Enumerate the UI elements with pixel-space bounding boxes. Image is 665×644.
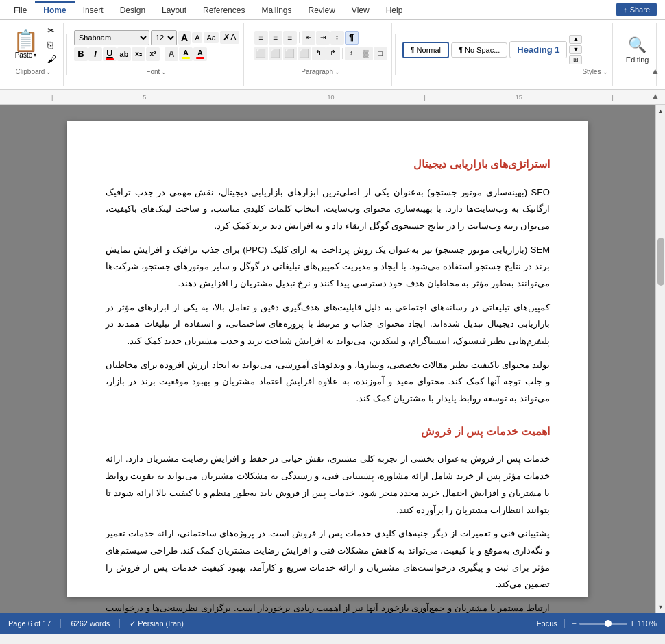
vertical-scrollbar[interactable]: ▲ ▼ <box>655 105 665 613</box>
ltr-button[interactable]: ↱ <box>326 47 340 60</box>
section1-para3: کمپین‌های تبلیغاتی در رسانه‌های اجتماعی … <box>106 299 550 350</box>
underline-button[interactable]: U <box>103 47 117 61</box>
line-spacing-button[interactable]: ↕ <box>345 47 359 60</box>
tab-view[interactable]: View <box>343 1 378 19</box>
highlight-color-button[interactable]: A <box>179 47 193 61</box>
shading-button[interactable]: ▒ <box>359 47 373 60</box>
font-shrink-button[interactable]: A <box>192 32 202 43</box>
scroll-thumb[interactable] <box>657 238 664 286</box>
zoom-out-icon[interactable]: − <box>572 619 577 628</box>
tab-help[interactable]: Help <box>378 1 411 19</box>
font-name-select[interactable]: Shabnam <box>74 30 149 45</box>
zoom-control[interactable]: − + 110% <box>572 619 657 628</box>
section2-para1: خدمات پس از فروش به‌عنوان بخشی از تجربه … <box>106 451 550 519</box>
style-no-space[interactable]: ¶ No Spac... <box>451 42 507 58</box>
scroll-up-button[interactable]: ▲ <box>656 106 665 116</box>
editing-content: 🔍 Editing <box>626 24 649 75</box>
copy-button[interactable]: ⎘ <box>45 38 59 51</box>
highlight-color-bar <box>182 57 190 59</box>
styles-expand[interactable]: ⊞ <box>569 55 582 64</box>
styles-scroll-up[interactable]: ▲ <box>569 35 582 44</box>
tab-layout[interactable]: Layout <box>154 1 195 19</box>
subscript-button[interactable]: x₂ <box>132 47 145 61</box>
decrease-indent-button[interactable]: ⇤ <box>302 31 315 45</box>
tab-references[interactable]: References <box>195 1 253 19</box>
zoom-percent[interactable]: 110% <box>638 619 657 628</box>
tab-review[interactable]: Review <box>300 1 343 19</box>
superscript-button[interactable]: x² <box>146 47 160 61</box>
tab-insert[interactable]: Insert <box>75 1 112 19</box>
zoom-slider-thumb <box>605 620 612 627</box>
focus-button[interactable]: Focus <box>537 619 557 628</box>
increase-indent-button[interactable]: ⇥ <box>316 31 330 45</box>
strikethrough-button[interactable]: ab <box>117 47 131 61</box>
font-row1: Shabnam 12 A A Aa ✗A <box>74 30 239 45</box>
status-right: Focus − + 110% <box>537 619 657 628</box>
tab-mailings[interactable]: Mailings <box>253 1 300 19</box>
section2-para2: پشتیبانی فنی و تعمیرات از دیگر جنبه‌های … <box>106 525 550 593</box>
justify-button[interactable]: ⬜ <box>298 47 311 60</box>
format-painter-button[interactable]: 🖌 <box>45 53 59 66</box>
divider-4 <box>616 34 616 75</box>
italic-button[interactable]: I <box>88 47 102 61</box>
paste-dropdown-icon[interactable]: ▾ <box>34 52 36 58</box>
language-indicator[interactable]: ✓ Persian (Iran) <box>130 619 184 628</box>
ruler: | 5 | 10 | 15 | ▲ <box>0 90 665 105</box>
paragraph-expand-icon[interactable]: ⌄ <box>335 69 340 75</box>
ribbon-tab-bar: File Home Insert Design Layout Reference… <box>0 0 665 20</box>
clear-formatting-button[interactable]: ✗A <box>220 31 239 44</box>
clipboard-expand-icon[interactable]: ⌄ <box>46 69 51 75</box>
ruler-collapse-button[interactable]: ▲ <box>651 91 660 101</box>
font-row2: B I U ab x₂ x² A A A <box>74 47 207 61</box>
paragraph-group: ≡ ≡ ≡ ⇤ ⇥ ↕ ¶ ⬜ ⬜ ⬜ ⬜ ↰ ↱ <box>250 23 392 86</box>
tab-home[interactable]: Home <box>35 1 74 19</box>
scroll-track[interactable] <box>656 116 665 602</box>
zoom-slider-track[interactable] <box>579 623 627 625</box>
collapse-ribbon-button[interactable]: ▲ <box>651 66 660 76</box>
document-scroll-area[interactable]: استراتژی‌های بازاریابی دیجیتال SEO (بهین… <box>0 105 655 613</box>
styles-scroll-down[interactable]: ▼ <box>569 45 582 54</box>
ruler-mark: | <box>236 94 237 101</box>
text-effects-button[interactable]: A <box>165 47 178 61</box>
styles-expand-icon[interactable]: ⌄ <box>603 69 608 75</box>
font-color-button[interactable]: A <box>193 47 207 61</box>
numbering-button[interactable]: ≡ <box>269 31 282 45</box>
rtl-button[interactable]: ↰ <box>312 47 326 60</box>
tab-file[interactable]: File <box>5 1 35 19</box>
change-case-button[interactable]: Aa <box>204 32 218 43</box>
para-divider1 <box>299 32 300 43</box>
show-marks-button[interactable]: ¶ <box>345 31 359 45</box>
share-icon: ↑ <box>623 5 627 14</box>
divider-3 <box>395 34 396 75</box>
ribbon-content: 📋 Paste ▾ ✂ ⎘ 🖌 Clipboard ⌄ <box>0 20 665 89</box>
share-button[interactable]: ↑ Share <box>616 3 657 16</box>
font-grow-button[interactable]: A <box>178 31 191 45</box>
ruler-marks: | 5 | 10 | 15 | <box>51 94 614 101</box>
style-heading1[interactable]: Heading 1 <box>509 41 567 58</box>
font-color-bar <box>196 57 204 59</box>
zoom-in-icon[interactable]: + <box>630 619 635 628</box>
clipboard-small-btns: ✂ ⎘ 🖌 <box>45 24 59 66</box>
scroll-down-button[interactable]: ▼ <box>656 602 665 612</box>
font-color-icon: A <box>197 49 203 57</box>
editing-label: Editing <box>626 55 649 64</box>
paste-button[interactable]: 📋 Paste ▾ <box>8 29 43 61</box>
font-group: Shabnam 12 A A Aa ✗A B I U <box>70 23 244 86</box>
status-divider3 <box>564 619 565 628</box>
editing-group: 🔍 Editing <box>619 23 657 86</box>
align-right-button[interactable]: ⬜ <box>283 47 297 60</box>
tab-design[interactable]: Design <box>112 1 154 19</box>
multilevel-button[interactable]: ≡ <box>283 31 297 45</box>
align-left-button[interactable]: ⬜ <box>254 47 268 60</box>
bullets-button[interactable]: ≡ <box>254 31 268 45</box>
borders-button[interactable]: □ <box>374 47 387 60</box>
clipboard-content: 📋 Paste ▾ ✂ ⎘ 🖌 <box>8 24 59 66</box>
style-normal[interactable]: ¶ Normal <box>402 42 449 58</box>
font-expand-icon[interactable]: ⌄ <box>161 69 167 75</box>
cut-button[interactable]: ✂ <box>45 24 59 37</box>
bold-button[interactable]: B <box>74 47 88 61</box>
sort-button[interactable]: ↕ <box>330 31 344 45</box>
align-center-button[interactable]: ⬜ <box>269 47 282 60</box>
font-size-select[interactable]: 12 <box>151 30 177 45</box>
divider-2 <box>247 34 247 75</box>
